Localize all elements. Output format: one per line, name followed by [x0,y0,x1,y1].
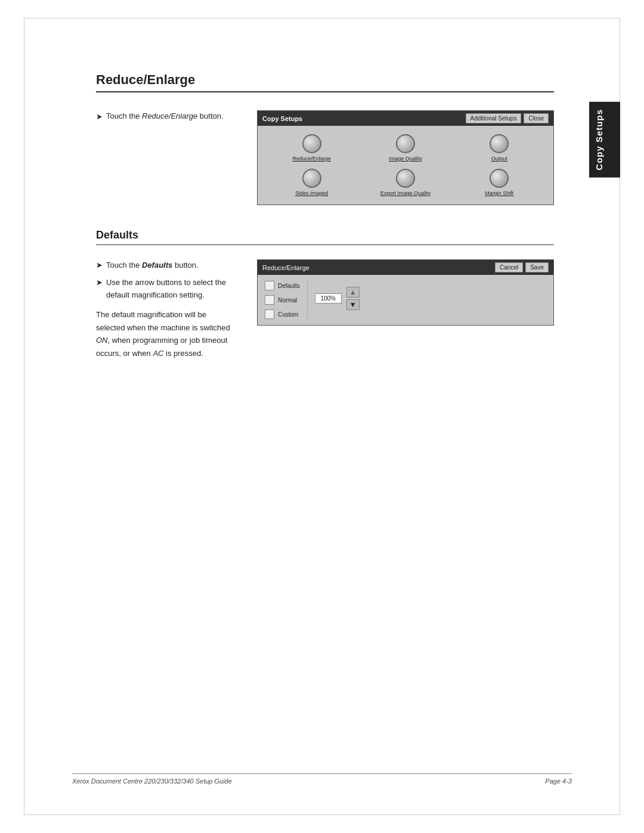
dial-margin-shift [490,169,509,188]
option-list: Defaults Normal Custom [265,281,308,319]
bullet-arrow-icon-3: ➤ [96,277,103,289]
dial-reduce-enlarge [302,134,321,153]
section1-body: ➤ Touch the Reduce/Enlarge button. Copy … [96,110,554,205]
section2-instructions: ➤ Touch the Defaults button. ➤ Use the a… [96,259,233,360]
option-item-normal[interactable]: Normal [265,295,300,305]
dial-export-image-quality [396,169,415,188]
section2-title: Defaults [96,229,554,245]
arrow-buttons: ▲ ▼ [346,287,360,310]
checkbox-custom[interactable] [265,309,274,319]
panel-header-title: Copy Setups [262,115,302,122]
dial-label-margin-shift[interactable]: Margin Shift [485,190,513,196]
panel-item-export-image-quality[interactable]: Export Image Quality [358,165,452,200]
defaults-body: ➤ Touch the Defaults button. ➤ Use the a… [96,259,554,360]
panel-header-buttons: Additional Setups Close [466,113,549,123]
defaults-panel-title: Reduce/Enlarge [262,264,309,271]
defaults-bullet-2: ➤ Use the arrow buttons to select the de… [96,277,233,302]
bullet-arrow-icon-2: ➤ [96,259,103,272]
dial-label-reduce-enlarge[interactable]: Reduce/Enlarge [292,156,331,162]
checkbox-normal[interactable] [265,295,274,305]
dial-label-export-image-quality[interactable]: Export Image Quality [380,190,431,196]
panel-item-reduce-enlarge[interactable]: Reduce/Enlarge [265,131,358,165]
panel-item-margin-shift[interactable]: Margin Shift [453,165,546,200]
magnification-input[interactable]: 100% [315,293,342,304]
checkbox-defaults[interactable] [265,281,274,290]
bullet-arrow-icon: ➤ [96,111,103,123]
option-label-defaults: Defaults [278,283,300,289]
dial-output [490,134,509,153]
arrow-up-button[interactable]: ▲ [346,287,360,298]
defaults-panel-content: Defaults Normal Custom [258,275,553,325]
copy-setups-panel: Copy Setups Additional Setups Close Redu… [257,110,554,205]
option-label-normal: Normal [278,297,297,304]
dial-label-image-quality[interactable]: Image Quality [389,156,422,162]
panel-item-image-quality[interactable]: Image Quality [358,131,452,165]
additional-setups-button[interactable]: Additional Setups [466,113,522,123]
defaults-instruction1-text: Touch the Defaults button. [106,259,199,272]
defaults-bullet-1: ➤ Touch the Defaults button. [96,259,233,272]
defaults-header-buttons: Cancel Save [495,262,549,272]
panel-item-sides-imaged[interactable]: Sides Imaged [265,165,358,200]
magnification-area: 100% ▲ ▼ [315,281,546,310]
option-item-defaults[interactable]: Defaults [265,281,300,290]
close-button[interactable]: Close [524,113,549,123]
dial-label-sides-imaged[interactable]: Sides Imaged [295,190,328,196]
footer-right: Page 4-3 [545,778,572,785]
copy-setups-tab[interactable]: Copy Setups [589,102,620,178]
page-footer: Xerox Document Centre 220/230/332/340 Se… [72,773,572,785]
panel-item-output[interactable]: Output [453,131,546,165]
option-item-custom[interactable]: Custom [265,309,300,319]
section1-title: Reduce/Enlarge [96,72,554,92]
instruction1-text: Touch the Reduce/Enlarge button. [106,110,224,123]
footer-left: Xerox Document Centre 220/230/332/340 Se… [72,778,232,785]
defaults-instruction2-text: Use the arrow buttons to select the defa… [106,277,233,302]
dial-image-quality [396,134,415,153]
panel-grid: Reduce/Enlarge Image Quality Output Side… [258,126,553,205]
dial-sides-imaged [302,169,321,188]
section1-instructions: ➤ Touch the Reduce/Enlarge button. [96,110,233,128]
save-button[interactable]: Save [525,262,549,272]
dial-label-output[interactable]: Output [491,156,507,162]
option-label-custom: Custom [278,311,298,318]
defaults-section: Defaults ➤ Touch the Defaults button. ➤ … [96,229,554,360]
defaults-panel-header: Reduce/Enlarge Cancel Save [258,260,553,275]
instruction-bullet-1: ➤ Touch the Reduce/Enlarge button. [96,110,233,123]
arrow-down-button[interactable]: ▼ [346,299,360,310]
defaults-body-text: The default magnification will be select… [96,308,233,360]
panel-header: Copy Setups Additional Setups Close [258,111,553,126]
cancel-button[interactable]: Cancel [495,262,523,272]
defaults-panel: Reduce/Enlarge Cancel Save Defaults [257,259,554,326]
